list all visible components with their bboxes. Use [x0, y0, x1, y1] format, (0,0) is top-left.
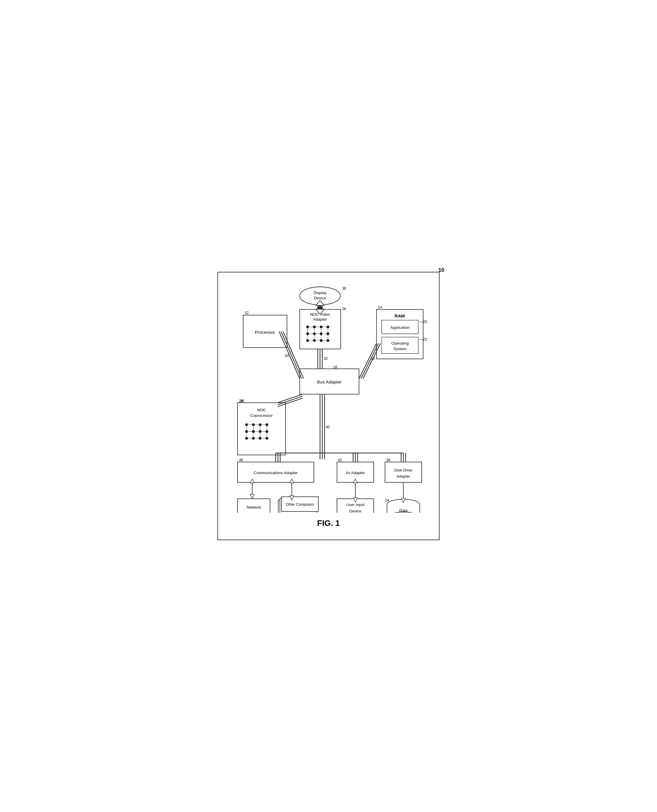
svg-text:12: 12: [244, 311, 249, 315]
svg-text:Operating: Operating: [391, 341, 409, 345]
svg-text:Adapter: Adapter: [313, 317, 327, 321]
svg-text:26: 26: [342, 307, 346, 311]
svg-text:Bus Adapter: Bus Adapter: [317, 379, 342, 384]
svg-line-123: [278, 394, 302, 402]
svg-text:46: 46: [239, 458, 243, 462]
svg-line-116: [281, 332, 302, 379]
svg-line-124: [278, 396, 302, 405]
svg-text:—22: —22: [419, 337, 427, 341]
main-diagram: Display Device 30 NOC Video Adapter: [227, 281, 430, 513]
svg-text:18: 18: [333, 365, 337, 369]
svg-line-115: [279, 332, 300, 379]
svg-text:Data: Data: [399, 508, 408, 513]
svg-line-120: [361, 343, 378, 379]
svg-line-121: [363, 343, 380, 379]
svg-text:Processor: Processor: [255, 329, 275, 334]
svg-text:42: 42: [338, 458, 342, 462]
svg-line-119: [359, 343, 377, 379]
svg-text:Communications Adapter: Communications Adapter: [254, 471, 298, 475]
svg-text:Display: Display: [314, 291, 327, 295]
svg-text:14: 14: [378, 305, 382, 309]
svg-text:User Input: User Input: [346, 502, 365, 507]
svg-text:30: 30: [342, 287, 346, 291]
svg-text:16: 16: [371, 356, 375, 360]
svg-text:Adapter: Adapter: [396, 474, 410, 478]
svg-text:Device: Device: [349, 509, 361, 513]
svg-text:Coprocessor: Coprocessor: [251, 413, 273, 418]
svg-text:—20: —20: [419, 320, 427, 324]
svg-text:38: 38: [386, 458, 390, 462]
svg-text:32: 32: [324, 356, 328, 360]
svg-text:System: System: [393, 347, 406, 351]
svg-text:Other Computers: Other Computers: [286, 502, 314, 506]
page-container: 10 Display Device: [215, 269, 442, 543]
diagram-border: 10 Display Device: [218, 272, 439, 541]
svg-marker-143: [250, 494, 254, 499]
fig-label: FIG. 1: [227, 519, 430, 528]
svg-text:24: 24: [385, 498, 389, 502]
svg-text:40: 40: [325, 425, 330, 429]
svg-text:Network: Network: [247, 505, 261, 510]
svg-text:Application: Application: [391, 325, 410, 330]
svg-text:36: 36: [240, 399, 244, 403]
svg-text:NOC: NOC: [257, 407, 266, 412]
svg-text:I/o Adapter: I/o Adapter: [346, 471, 365, 475]
corner-ref-label: 10: [438, 267, 444, 273]
svg-text:RAM: RAM: [395, 313, 405, 318]
svg-text:34: 34: [285, 354, 289, 358]
svg-text:Device: Device: [314, 296, 326, 300]
svg-text:Disk Drive: Disk Drive: [394, 468, 413, 472]
